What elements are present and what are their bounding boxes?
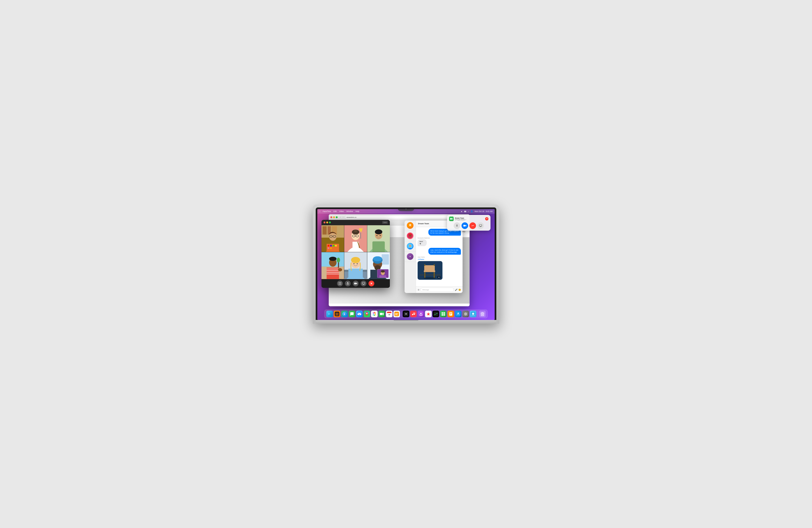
svg-point-126 — [338, 313, 338, 314]
notification-mute-button[interactable] — [454, 222, 460, 229]
dock-finder[interactable] — [326, 311, 333, 317]
notification-end-button[interactable] — [469, 222, 476, 229]
notification-text: Dream Team 6 People Active > — [455, 217, 466, 220]
svg-rect-116 — [420, 274, 440, 275]
browser-back-button[interactable]: ‹ — [340, 216, 341, 219]
avatar-sania — [407, 232, 414, 239]
svg-point-106 — [409, 233, 411, 234]
facetime-mic-button[interactable] — [345, 281, 351, 286]
avatar-virginia: V — [407, 253, 414, 260]
facetime-app-icon — [449, 216, 454, 221]
menu-window[interactable]: Window — [346, 210, 353, 212]
self-preview-svg — [377, 269, 388, 278]
facetime-self-preview — [377, 269, 389, 278]
dock-launchpad[interactable] — [334, 311, 340, 317]
facetime-end-button[interactable] — [368, 281, 374, 286]
svg-point-169 — [414, 314, 415, 315]
dock-reminders[interactable] — [393, 311, 400, 317]
person-5-svg — [344, 252, 367, 279]
facetime-screen-button[interactable] — [361, 281, 366, 286]
browser-forward-button[interactable]: › — [343, 216, 344, 219]
svg-point-66 — [338, 268, 342, 271]
svg-rect-98 — [363, 284, 364, 285]
facetime-cell-2 — [344, 225, 367, 252]
dock-facetime[interactable] — [378, 311, 385, 317]
person-1-svg — [321, 225, 344, 252]
facetime-camera-button[interactable] — [353, 281, 359, 286]
facetime-grid-button[interactable] — [337, 281, 343, 286]
photo-attachment[interactable] — [418, 261, 443, 280]
dock-maps[interactable] — [364, 311, 370, 317]
svg-rect-115 — [434, 264, 435, 266]
facetime-close-button[interactable] — [323, 222, 325, 223]
dock-photos[interactable] — [371, 311, 378, 317]
svg-point-102 — [409, 224, 411, 226]
menu-edit[interactable]: Edit — [333, 210, 337, 212]
svg-rect-141 — [358, 313, 361, 315]
svg-rect-91 — [339, 284, 340, 285]
notification-video-button[interactable] — [462, 222, 468, 229]
svg-rect-182 — [444, 314, 445, 316]
emoji-icon[interactable]: 😊 — [459, 289, 461, 291]
menu-help[interactable]: Help — [356, 210, 359, 212]
notification-screen-button[interactable] — [477, 222, 484, 229]
browser-close-button[interactable] — [330, 216, 332, 218]
facetime-window: Grid — [321, 220, 390, 288]
facetime-notification: Dream Team 6 People Active > ✕ — [447, 215, 491, 231]
avatar-adam — [407, 222, 414, 229]
svg-rect-158 — [387, 313, 392, 313]
svg-rect-87 — [379, 275, 386, 277]
imessage-input[interactable]: iMessage — [420, 288, 454, 292]
svg-marker-96 — [356, 283, 357, 284]
svg-point-74 — [353, 263, 354, 264]
svg-rect-92 — [340, 284, 341, 285]
messages-list-item-3[interactable] — [405, 241, 416, 252]
svg-rect-62 — [327, 270, 339, 271]
dock-news[interactable] — [425, 311, 432, 317]
svg-rect-163 — [395, 315, 398, 315]
browser-maximize-button[interactable] — [336, 216, 338, 218]
facetime-cell-6 — [367, 252, 390, 279]
facetime-grid-label: Grid — [382, 221, 388, 224]
messages-list-item-virginia[interactable]: V — [405, 252, 416, 262]
browser-minimize-button[interactable] — [333, 216, 335, 218]
notification-header: Dream Team 6 People Active > ✕ — [449, 216, 489, 221]
messages-body: We've been trying to get designs togethe… — [416, 227, 463, 286]
messages-list-item-1[interactable] — [405, 220, 416, 231]
svg-rect-78 — [381, 254, 389, 265]
dock-mail[interactable] — [356, 311, 363, 317]
tv-icon — [404, 312, 408, 316]
photos-icon — [372, 312, 377, 316]
dock-messages[interactable] — [349, 311, 355, 317]
menu-facetime[interactable]: FaceTime — [323, 210, 331, 212]
dock-pages[interactable] — [447, 311, 454, 317]
dock-screensaver[interactable] — [470, 311, 476, 317]
messages-list-item-2[interactable] — [405, 231, 416, 241]
dock-numbers[interactable] — [440, 311, 447, 317]
dock-calendar[interactable]: 18 — [386, 311, 393, 317]
search-icon[interactable]: ⌕ — [468, 210, 469, 212]
svg-rect-31 — [330, 247, 332, 249]
facetime-cell-1 — [321, 225, 344, 252]
laptop-hinge — [394, 320, 418, 321]
audio-icon[interactable]: 🎤 — [455, 289, 458, 291]
svg-point-117 — [423, 277, 436, 279]
facetime-minimize-button[interactable] — [326, 222, 328, 223]
pages-icon — [448, 312, 453, 316]
dock-tv[interactable] — [403, 311, 409, 317]
dock-safari[interactable] — [341, 311, 348, 317]
dock-music[interactable] — [410, 311, 417, 317]
apps-icon[interactable]: ⊕ — [418, 288, 419, 291]
dock-appstore[interactable] — [455, 311, 462, 317]
facetime-zoom-button[interactable] — [329, 222, 331, 223]
svg-point-52 — [376, 235, 377, 236]
dock-stocks[interactable] — [433, 311, 439, 317]
messages-recipient: Dream Team — [418, 223, 429, 225]
dock-system-preferences[interactable] — [462, 311, 469, 317]
dock-podcasts[interactable] — [418, 311, 424, 317]
notification-title-area: Dream Team 6 People Active > — [449, 216, 466, 221]
notification-close-button[interactable]: ✕ — [485, 217, 489, 220]
menu-video[interactable]: Video — [339, 210, 344, 212]
dock-trash[interactable] — [479, 311, 486, 317]
dock-divider — [401, 311, 402, 317]
